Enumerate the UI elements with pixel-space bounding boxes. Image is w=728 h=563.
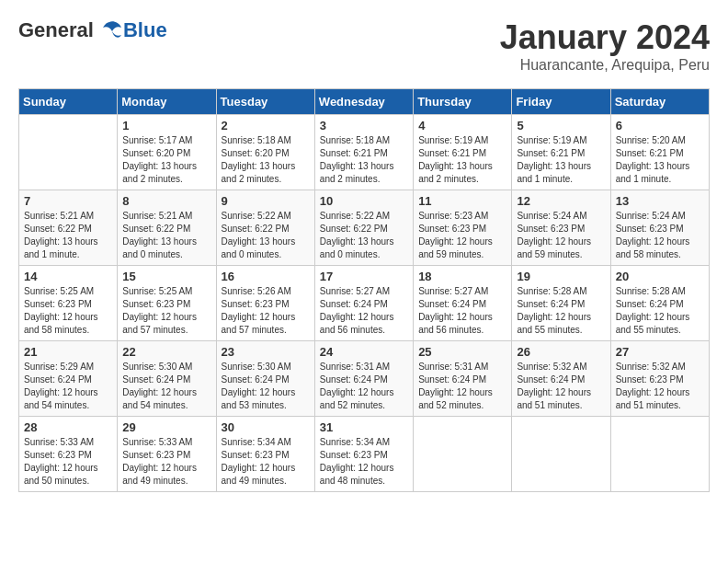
day-info: Sunrise: 5:27 AMSunset: 6:24 PMDaylight:… bbox=[320, 285, 408, 337]
day-info: Sunrise: 5:22 AMSunset: 6:22 PMDaylight:… bbox=[320, 210, 408, 261]
day-number: 2 bbox=[222, 119, 310, 132]
day-info: Sunrise: 5:32 AMSunset: 6:23 PMDaylight:… bbox=[616, 361, 704, 412]
calendar-cell: 20Sunrise: 5:28 AMSunset: 6:24 PMDayligh… bbox=[610, 266, 709, 341]
day-number: 23 bbox=[222, 345, 310, 359]
day-info: Sunrise: 5:33 AMSunset: 6:23 PMDaylight:… bbox=[24, 436, 112, 488]
day-number: 7 bbox=[24, 194, 112, 208]
day-info: Sunrise: 5:17 AMSunset: 6:20 PMDaylight:… bbox=[122, 134, 210, 186]
weekday-header-friday: Friday bbox=[512, 89, 610, 115]
location-subtitle: Huarancante, Arequipa, Peru bbox=[500, 57, 710, 74]
day-number: 4 bbox=[418, 119, 506, 132]
day-number: 12 bbox=[517, 194, 605, 208]
calendar-cell: 25Sunrise: 5:31 AMSunset: 6:24 PMDayligh… bbox=[414, 341, 512, 417]
calendar-cell: 18Sunrise: 5:27 AMSunset: 6:24 PMDayligh… bbox=[414, 266, 512, 341]
calendar-week-5: 28Sunrise: 5:33 AMSunset: 6:23 PMDayligh… bbox=[19, 417, 710, 492]
calendar-table: SundayMondayTuesdayWednesdayThursdayFrid… bbox=[18, 88, 710, 492]
day-number: 15 bbox=[122, 270, 210, 283]
calendar-week-4: 21Sunrise: 5:29 AMSunset: 6:24 PMDayligh… bbox=[19, 341, 710, 417]
weekday-header-tuesday: Tuesday bbox=[216, 89, 314, 115]
calendar-cell bbox=[610, 417, 709, 492]
calendar-cell: 28Sunrise: 5:33 AMSunset: 6:23 PMDayligh… bbox=[19, 417, 118, 492]
day-info: Sunrise: 5:28 AMSunset: 6:24 PMDaylight:… bbox=[616, 285, 704, 337]
calendar-cell: 5Sunrise: 5:19 AMSunset: 6:21 PMDaylight… bbox=[512, 115, 610, 190]
day-info: Sunrise: 5:21 AMSunset: 6:22 PMDaylight:… bbox=[24, 210, 112, 261]
day-number: 10 bbox=[320, 194, 408, 208]
calendar-cell: 31Sunrise: 5:34 AMSunset: 6:23 PMDayligh… bbox=[314, 417, 413, 492]
calendar-cell: 1Sunrise: 5:17 AMSunset: 6:20 PMDaylight… bbox=[118, 115, 216, 190]
day-number: 22 bbox=[122, 345, 210, 359]
day-number: 8 bbox=[122, 194, 210, 208]
calendar-cell: 10Sunrise: 5:22 AMSunset: 6:22 PMDayligh… bbox=[314, 190, 413, 266]
calendar-cell: 22Sunrise: 5:30 AMSunset: 6:24 PMDayligh… bbox=[118, 341, 216, 417]
day-info: Sunrise: 5:18 AMSunset: 6:21 PMDaylight:… bbox=[320, 134, 408, 186]
day-number: 26 bbox=[517, 345, 605, 359]
calendar-cell: 27Sunrise: 5:32 AMSunset: 6:23 PMDayligh… bbox=[610, 341, 709, 417]
day-info: Sunrise: 5:25 AMSunset: 6:23 PMDaylight:… bbox=[24, 285, 112, 337]
calendar-cell: 12Sunrise: 5:24 AMSunset: 6:23 PMDayligh… bbox=[512, 190, 610, 266]
day-number: 24 bbox=[320, 345, 408, 359]
calendar-cell: 13Sunrise: 5:24 AMSunset: 6:23 PMDayligh… bbox=[610, 190, 709, 266]
calendar-cell: 30Sunrise: 5:34 AMSunset: 6:23 PMDayligh… bbox=[216, 417, 314, 492]
day-info: Sunrise: 5:26 AMSunset: 6:23 PMDaylight:… bbox=[222, 285, 310, 337]
day-number: 28 bbox=[24, 420, 112, 434]
day-number: 13 bbox=[616, 194, 704, 208]
weekday-header-wednesday: Wednesday bbox=[314, 89, 413, 115]
calendar-cell: 2Sunrise: 5:18 AMSunset: 6:20 PMDaylight… bbox=[216, 115, 314, 190]
day-info: Sunrise: 5:34 AMSunset: 6:23 PMDaylight:… bbox=[222, 436, 310, 488]
calendar-cell: 16Sunrise: 5:26 AMSunset: 6:23 PMDayligh… bbox=[216, 266, 314, 341]
day-info: Sunrise: 5:25 AMSunset: 6:23 PMDaylight:… bbox=[122, 285, 210, 337]
month-title: January 2024 bbox=[500, 18, 710, 57]
title-block: January 2024 Huarancante, Arequipa, Peru bbox=[500, 18, 710, 74]
day-info: Sunrise: 5:33 AMSunset: 6:23 PMDaylight:… bbox=[122, 436, 210, 488]
calendar-cell: 14Sunrise: 5:25 AMSunset: 6:23 PMDayligh… bbox=[19, 266, 118, 341]
calendar-week-2: 7Sunrise: 5:21 AMSunset: 6:22 PMDaylight… bbox=[19, 190, 710, 266]
calendar-cell bbox=[414, 417, 512, 492]
day-number: 5 bbox=[517, 119, 605, 132]
logo-bird-icon bbox=[96, 20, 123, 40]
day-info: Sunrise: 5:19 AMSunset: 6:21 PMDaylight:… bbox=[517, 134, 605, 186]
day-info: Sunrise: 5:31 AMSunset: 6:24 PMDaylight:… bbox=[418, 361, 506, 412]
day-number: 21 bbox=[24, 345, 112, 359]
calendar-header-row: SundayMondayTuesdayWednesdayThursdayFrid… bbox=[19, 89, 710, 115]
calendar-cell: 26Sunrise: 5:32 AMSunset: 6:24 PMDayligh… bbox=[512, 341, 610, 417]
calendar-week-3: 14Sunrise: 5:25 AMSunset: 6:23 PMDayligh… bbox=[19, 266, 710, 341]
day-info: Sunrise: 5:23 AMSunset: 6:23 PMDaylight:… bbox=[418, 210, 506, 261]
calendar-week-1: 1Sunrise: 5:17 AMSunset: 6:20 PMDaylight… bbox=[19, 115, 710, 190]
day-info: Sunrise: 5:20 AMSunset: 6:21 PMDaylight:… bbox=[616, 134, 704, 186]
calendar-cell bbox=[19, 115, 118, 190]
calendar-cell: 8Sunrise: 5:21 AMSunset: 6:22 PMDaylight… bbox=[118, 190, 216, 266]
calendar-cell: 23Sunrise: 5:30 AMSunset: 6:24 PMDayligh… bbox=[216, 341, 314, 417]
day-number: 16 bbox=[222, 270, 310, 283]
day-number: 31 bbox=[320, 420, 408, 434]
day-number: 30 bbox=[222, 420, 310, 434]
calendar-cell: 17Sunrise: 5:27 AMSunset: 6:24 PMDayligh… bbox=[314, 266, 413, 341]
calendar-cell bbox=[512, 417, 610, 492]
day-info: Sunrise: 5:18 AMSunset: 6:20 PMDaylight:… bbox=[222, 134, 310, 186]
calendar-cell: 9Sunrise: 5:22 AMSunset: 6:22 PMDaylight… bbox=[216, 190, 314, 266]
calendar-cell: 3Sunrise: 5:18 AMSunset: 6:21 PMDaylight… bbox=[314, 115, 413, 190]
day-number: 11 bbox=[418, 194, 506, 208]
day-info: Sunrise: 5:30 AMSunset: 6:24 PMDaylight:… bbox=[222, 361, 310, 412]
day-number: 6 bbox=[616, 119, 704, 132]
day-info: Sunrise: 5:29 AMSunset: 6:24 PMDaylight:… bbox=[24, 361, 112, 412]
day-number: 17 bbox=[320, 270, 408, 283]
day-number: 25 bbox=[418, 345, 506, 359]
day-number: 18 bbox=[418, 270, 506, 283]
calendar-cell: 11Sunrise: 5:23 AMSunset: 6:23 PMDayligh… bbox=[414, 190, 512, 266]
calendar-cell: 19Sunrise: 5:28 AMSunset: 6:24 PMDayligh… bbox=[512, 266, 610, 341]
calendar-cell: 21Sunrise: 5:29 AMSunset: 6:24 PMDayligh… bbox=[19, 341, 118, 417]
day-number: 20 bbox=[616, 270, 704, 283]
day-info: Sunrise: 5:22 AMSunset: 6:22 PMDaylight:… bbox=[222, 210, 310, 261]
day-info: Sunrise: 5:31 AMSunset: 6:24 PMDaylight:… bbox=[320, 361, 408, 412]
day-info: Sunrise: 5:34 AMSunset: 6:23 PMDaylight:… bbox=[320, 436, 408, 488]
calendar-cell: 29Sunrise: 5:33 AMSunset: 6:23 PMDayligh… bbox=[118, 417, 216, 492]
logo: General Blue bbox=[18, 18, 167, 42]
day-info: Sunrise: 5:21 AMSunset: 6:22 PMDaylight:… bbox=[122, 210, 210, 261]
day-info: Sunrise: 5:30 AMSunset: 6:24 PMDaylight:… bbox=[122, 361, 210, 412]
day-number: 9 bbox=[222, 194, 310, 208]
day-info: Sunrise: 5:27 AMSunset: 6:24 PMDaylight:… bbox=[418, 285, 506, 337]
day-info: Sunrise: 5:32 AMSunset: 6:24 PMDaylight:… bbox=[517, 361, 605, 412]
day-info: Sunrise: 5:24 AMSunset: 6:23 PMDaylight:… bbox=[616, 210, 704, 261]
day-info: Sunrise: 5:28 AMSunset: 6:24 PMDaylight:… bbox=[517, 285, 605, 337]
weekday-header-monday: Monday bbox=[118, 89, 216, 115]
